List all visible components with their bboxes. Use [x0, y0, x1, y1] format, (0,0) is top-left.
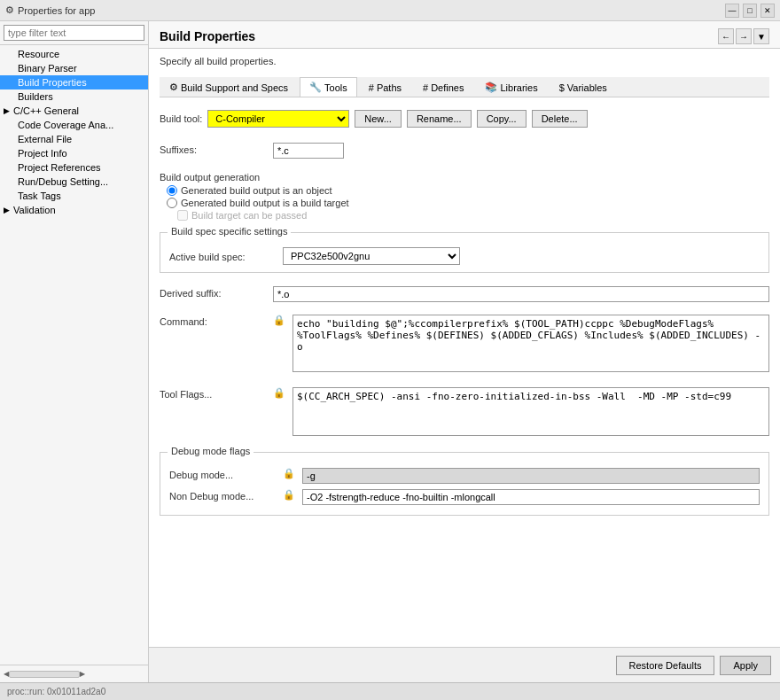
sidebar-item-label: Binary Parser [18, 63, 77, 74]
expand-button[interactable]: ▼ [753, 28, 769, 44]
horizontal-scrollbar[interactable] [9, 671, 80, 678]
build-tool-select[interactable]: C-Compiler C++-Compiler Assembler Linker [207, 110, 349, 128]
tabs-bar: ⚙ Build Support and Specs 🔧 Tools # Path… [160, 77, 769, 97]
sidebar-item-label: Code Coverage Ana... [18, 120, 113, 130]
sidebar-item-label: Project References [18, 162, 101, 173]
tab-paths[interactable]: # Paths [359, 77, 411, 97]
tab-tools[interactable]: 🔧 Tools [300, 77, 357, 97]
sidebar-item-resource[interactable]: Resource [0, 47, 148, 61]
sidebar-item-label: Builders [18, 91, 53, 102]
header-actions: ← → ▼ [718, 28, 769, 44]
derived-suffix-row: Derived suffix: [160, 284, 769, 305]
sidebar-item-project-references[interactable]: Project References [0, 160, 148, 175]
command-lock-icon[interactable]: 🔒 [273, 315, 285, 326]
suffixes-row: Suffixes: [160, 140, 769, 161]
tool-flags-lock-icon[interactable]: 🔒 [273, 387, 285, 399]
tool-flags-row: Tool Flags... 🔒 $(CC_ARCH_SPEC) -ansi -f… [160, 385, 769, 441]
sidebar-tree: ResourceBinary ParserBuild PropertiesBui… [0, 45, 148, 665]
specify-text: Specify all build properties. [160, 56, 769, 66]
build-tool-row: Build tool: C-Compiler C++-Compiler Asse… [160, 105, 769, 133]
radio-object-row: Generated build output is an object [167, 184, 769, 197]
non-debug-lock-icon[interactable]: 🔒 [283, 489, 295, 501]
filter-input[interactable] [4, 25, 144, 41]
tab-variables[interactable]: $ Variables [550, 77, 617, 97]
radio-object-label: Generated build output is an object [181, 185, 332, 196]
back-button[interactable]: ← [718, 28, 734, 44]
status-text: proc::run: 0x01011ad2a0 [7, 687, 105, 696]
window-controls[interactable]: — □ ✕ [725, 4, 775, 18]
forward-button[interactable]: → [736, 28, 752, 44]
checkbox-pass[interactable] [177, 210, 188, 221]
build-spec-section: Build spec specific settings Active buil… [160, 232, 769, 273]
maximize-button[interactable]: □ [743, 4, 757, 18]
command-textarea[interactable]: echo "building $@";%ccompilerprefix% $(T… [292, 315, 769, 372]
delete-button[interactable]: Delete... [532, 110, 588, 128]
variables-icon: $ [559, 82, 565, 93]
scroll-right-button[interactable]: ▶ [80, 670, 85, 678]
debug-mode-row: Debug mode... 🔒 [169, 465, 760, 486]
active-build-spec-label: Active build spec: [169, 250, 276, 262]
suffixes-input[interactable] [273, 143, 344, 159]
main-header: Build Properties ← → ▼ [149, 21, 780, 49]
command-row: Command: 🔒 echo "building $@";%ccompiler… [160, 312, 769, 377]
non-debug-mode-input[interactable] [302, 489, 760, 505]
restore-defaults-button[interactable]: Restore Defaults [616, 656, 715, 675]
sidebar-item-label: Resource [18, 49, 59, 59]
debug-mode-label: Debug mode... [169, 468, 276, 480]
radio-target-row: Generated build output is a build target [167, 197, 769, 209]
sidebar-item-run-debug-settings[interactable]: Run/Debug Setting... [0, 175, 148, 189]
tab-defines[interactable]: # Defines [413, 77, 473, 97]
apply-button[interactable]: Apply [720, 656, 771, 675]
derived-suffix-input[interactable] [273, 286, 769, 302]
active-build-spec-row: Active build spec: PPC32e500v2gnu PPC32e… [169, 247, 760, 265]
debug-mode-input[interactable] [302, 468, 760, 484]
suffixes-label: Suffixes: [160, 143, 266, 155]
non-debug-mode-row: Non Debug mode... 🔒 [169, 486, 760, 508]
tools-icon: 🔧 [309, 82, 322, 93]
bottom-bar: Restore Defaults Apply [149, 647, 780, 682]
active-build-spec-select[interactable]: PPC32e500v2gnu PPC32e200gnu x86gnu [283, 247, 460, 265]
derived-suffix-label: Derived suffix: [160, 286, 266, 299]
page-title: Build Properties [160, 29, 255, 43]
sidebar-item-label: Task Tags [18, 191, 61, 201]
radio-object[interactable] [167, 185, 177, 196]
window-title: ⚙ Properties for app [5, 4, 95, 16]
sidebar-item-cpp-general[interactable]: ▶C/C++ General [0, 104, 148, 118]
sidebar-item-label: Build Properties [18, 77, 87, 88]
sidebar-item-label: External File [18, 134, 72, 144]
sidebar-item-external-file[interactable]: External File [0, 132, 148, 146]
radio-target-label: Generated build output is a build target [181, 198, 349, 208]
tab-libraries[interactable]: 📚 Libraries [475, 77, 547, 97]
sidebar-item-project-info[interactable]: Project Info [0, 146, 148, 160]
paths-icon: # [369, 82, 374, 93]
sidebar-item-build-properties[interactable]: Build Properties [0, 75, 148, 89]
debug-mode-lock-icon[interactable]: 🔒 [283, 468, 295, 479]
rename-button[interactable]: Rename... [407, 110, 472, 128]
radio-target[interactable] [167, 198, 177, 208]
sidebar-item-binary-parser[interactable]: Binary Parser [0, 61, 148, 75]
checkbox-pass-label: Build target can be passed [191, 210, 307, 221]
checkbox-pass-row: Build target can be passed [177, 209, 769, 222]
defines-icon: # [423, 82, 428, 93]
sidebar-item-builders[interactable]: Builders [0, 89, 148, 104]
non-debug-mode-label: Non Debug mode... [169, 489, 276, 502]
close-button[interactable]: ✕ [760, 4, 775, 18]
sidebar-item-label: Project Info [18, 148, 67, 159]
main-content: Build Properties ← → ▼ Specify all build… [149, 21, 780, 682]
copy-button[interactable]: Copy... [477, 110, 526, 128]
window-titlebar: ⚙ Properties for app — □ ✕ [0, 0, 780, 21]
sidebar-item-task-tags[interactable]: Task Tags [0, 189, 148, 203]
tool-flags-textarea[interactable]: $(CC_ARCH_SPEC) -ansi -fno-zero-initiali… [292, 387, 769, 436]
sidebar-item-code-coverage[interactable]: Code Coverage Ana... [0, 118, 148, 132]
libraries-icon: 📚 [485, 82, 497, 93]
sidebar-item-validation[interactable]: ▶Validation [0, 203, 148, 217]
sidebar-item-label: Run/Debug Setting... [18, 176, 108, 187]
sidebar-item-label: C/C++ General [13, 105, 79, 116]
new-button[interactable]: New... [355, 110, 402, 128]
build-tool-label: Build tool: [160, 113, 202, 124]
minimize-button[interactable]: — [725, 4, 739, 18]
build-support-icon: ⚙ [169, 82, 178, 93]
tab-build-support[interactable]: ⚙ Build Support and Specs [160, 77, 298, 97]
content-area: Specify all build properties. ⚙ Build Su… [149, 49, 780, 647]
sidebar: ResourceBinary ParserBuild PropertiesBui… [0, 21, 149, 682]
